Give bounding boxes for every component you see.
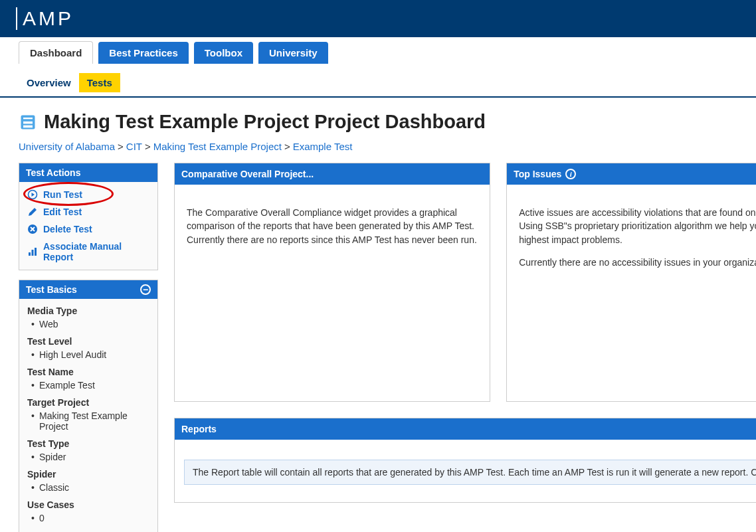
- breadcrumb-3[interactable]: Example Test: [293, 141, 353, 152]
- action-label: Delete Test: [43, 224, 92, 234]
- action-run-test[interactable]: Run Test: [19, 186, 157, 203]
- reports-message: The Report table will contain all report…: [184, 460, 756, 485]
- basic-label: Target Project: [27, 397, 149, 408]
- reports-panel: Reports The Report table will contain al…: [174, 418, 756, 503]
- svg-marker-5: [32, 193, 35, 197]
- action-label: Associate Manual Report: [43, 241, 149, 262]
- sub-tabs: Overview Tests: [0, 64, 756, 98]
- app-logo: AMP: [16, 7, 74, 30]
- collapse-icon[interactable]: −: [140, 284, 151, 295]
- breadcrumb-0[interactable]: University of Alabama: [19, 141, 115, 152]
- top-bar: AMP: [0, 0, 756, 37]
- action-label: Run Test: [43, 189, 82, 200]
- subtab-tests[interactable]: Tests: [79, 73, 120, 92]
- test-basics-title: Test Basics: [26, 284, 77, 295]
- basic-label: Use Cases: [27, 499, 149, 510]
- basic-label: Test Level: [27, 336, 149, 347]
- tab-dashboard[interactable]: Dashboard: [19, 41, 93, 64]
- top-issues-header: Top Issues i: [507, 163, 756, 185]
- chart-icon: [27, 246, 38, 257]
- project-icon: [19, 113, 37, 132]
- test-actions-panel: Test Actions Run Test Edit Test: [19, 163, 158, 270]
- basic-value: Making Test Example Project: [27, 410, 149, 432]
- basic-value: Example Test: [27, 380, 149, 391]
- svg-rect-9: [35, 248, 37, 256]
- basic-label: Test Name: [27, 367, 149, 377]
- breadcrumb-1[interactable]: CIT: [126, 141, 142, 152]
- comparative-body: The Comparative Overall Compliance widge…: [187, 206, 478, 246]
- test-actions-title: Test Actions: [26, 167, 80, 178]
- basic-value: Classic: [27, 482, 149, 493]
- action-delete-test[interactable]: Delete Test: [19, 221, 157, 238]
- test-actions-header: Test Actions: [19, 163, 157, 182]
- tab-university[interactable]: University: [258, 42, 328, 64]
- comparative-title: Comparative Overall Project...: [181, 169, 314, 179]
- play-icon: [27, 189, 38, 200]
- top-issues-body1: Active issues are accessibility violatio…: [519, 206, 756, 246]
- reports-header: Reports: [175, 418, 756, 440]
- test-basics-panel: Test Basics − Media TypeWebTest LevelHig…: [19, 280, 158, 532]
- top-issues-title: Top Issues: [514, 169, 561, 179]
- svg-rect-7: [29, 252, 31, 256]
- tab-best-practices[interactable]: Best Practices: [98, 42, 188, 64]
- basic-value: Spider: [27, 452, 149, 462]
- basic-label: Test Type: [27, 438, 149, 449]
- breadcrumb: University of Alabama>CIT>Making Test Ex…: [19, 141, 737, 152]
- subtab-overview[interactable]: Overview: [19, 73, 79, 92]
- basic-value: High Level Audit: [27, 349, 149, 360]
- comparative-header: Comparative Overall Project...: [175, 163, 490, 185]
- page-title-row: Making Test Example Project Project Dash…: [19, 111, 737, 133]
- test-basics-header: Test Basics −: [19, 280, 157, 299]
- reports-title: Reports: [181, 424, 217, 434]
- breadcrumb-2[interactable]: Making Test Example Project: [153, 141, 282, 152]
- action-associate-report[interactable]: Associate Manual Report: [19, 238, 157, 266]
- svg-rect-1: [23, 118, 33, 119]
- delete-icon: [27, 224, 38, 234]
- basic-label: Spider: [27, 469, 149, 480]
- basic-value: Web: [27, 319, 149, 329]
- comparative-widget: Comparative Overall Project... The Compa…: [174, 163, 490, 402]
- svg-rect-2: [23, 121, 33, 124]
- svg-rect-3: [23, 125, 33, 128]
- page-title: Making Test Example Project Project Dash…: [44, 111, 486, 133]
- main-tabs: Dashboard Best Practices Toolbox Univers…: [0, 41, 756, 64]
- info-icon[interactable]: i: [565, 169, 576, 179]
- tab-toolbox[interactable]: Toolbox: [194, 42, 253, 64]
- action-label: Edit Test: [43, 207, 82, 217]
- pencil-icon: [27, 207, 38, 217]
- basic-label: Media Type: [27, 306, 149, 316]
- basic-value: 0: [27, 513, 149, 523]
- svg-rect-8: [32, 250, 34, 256]
- top-issues-body2: Currently there are no accessibility iss…: [519, 256, 756, 269]
- top-issues-widget: Top Issues i Active issues are accessibi…: [506, 163, 756, 402]
- action-edit-test[interactable]: Edit Test: [19, 203, 157, 221]
